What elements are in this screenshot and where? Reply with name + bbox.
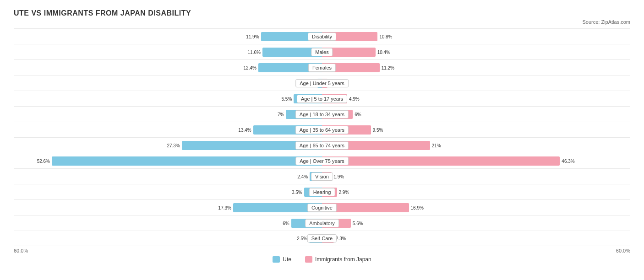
value-blue: 13.4% — [238, 127, 251, 132]
value-pink: 9.5% — [373, 127, 383, 132]
value-blue: 6% — [283, 221, 289, 226]
value-blue: 5.5% — [282, 96, 292, 101]
bar-label: Age | Under 5 years — [295, 79, 349, 87]
value-blue: 12.4% — [244, 65, 257, 70]
chart-row: 5.5%4.9%Age | 5 to 17 years — [14, 91, 630, 106]
chart-row: 27.3%21%Age | 65 to 74 years — [14, 137, 630, 153]
value-pink: 21% — [432, 143, 441, 148]
value-pink: 4.9% — [349, 96, 360, 101]
bar-label: Ambulatory — [305, 219, 339, 227]
chart-row: 3.5%2.9%Hearing — [14, 184, 630, 199]
chart-title: UTE VS IMMIGRANTS FROM JAPAN DISABILITY — [14, 9, 630, 17]
bar-label: Vision — [311, 172, 333, 181]
value-blue: 17.3% — [218, 205, 231, 210]
bar-label: Age | 18 to 34 years — [295, 110, 349, 118]
value-pink: 2.9% — [339, 189, 349, 194]
bar-label: Cognitive — [307, 204, 337, 212]
bar-label: Hearing — [309, 188, 335, 196]
value-pink: 10.8% — [379, 34, 392, 39]
bar-blue — [52, 156, 322, 166]
value-pink: 11.2% — [382, 65, 394, 70]
legend-pink: Immigrants from Japan — [305, 256, 371, 263]
value-blue: 11.9% — [246, 34, 259, 39]
chart-row: 12.4%11.2%Females — [14, 59, 630, 75]
value-blue: 52.6% — [37, 158, 50, 163]
value-pink: 6% — [355, 112, 361, 117]
chart-row: 7%6%Age | 18 to 34 years — [14, 106, 630, 122]
bar-label: Females — [308, 64, 336, 72]
legend-pink-label: Immigrants from Japan — [315, 256, 371, 263]
chart-row: 2.4%1.9%Vision — [14, 168, 630, 184]
bar-label: Males — [311, 48, 333, 56]
chart-row: 11.9%10.8%Disability — [14, 28, 630, 44]
value-pink: 1.9% — [333, 174, 344, 179]
legend-blue-label: Ute — [283, 256, 291, 263]
bar-label: Disability — [308, 32, 336, 41]
bar-pink — [322, 156, 560, 166]
value-pink: 16.9% — [411, 205, 424, 210]
value-blue: 27.3% — [167, 143, 180, 148]
bar-label: Age | 65 to 74 years — [295, 141, 349, 150]
legend-blue-color — [273, 256, 280, 263]
chart-row: 6%5.6%Ambulatory — [14, 215, 630, 231]
legend: Ute Immigrants from Japan — [14, 256, 630, 263]
value-pink: 5.6% — [353, 221, 363, 226]
value-pink: 10.4% — [377, 49, 390, 54]
chart-row: 13.4%9.5%Age | 35 to 64 years — [14, 122, 630, 137]
chart-row: 0.86%1.1%Age | Under 5 years — [14, 75, 630, 91]
chart-container: 11.9%10.8%Disability11.6%10.4%Males12.4%… — [14, 28, 630, 246]
value-blue: 11.6% — [248, 49, 261, 54]
source-label: Source: ZipAtlas.com — [14, 19, 630, 25]
bar-label: Age | 5 to 17 years — [297, 95, 347, 103]
chart-row: 11.6%10.4%Males — [14, 44, 630, 59]
legend-pink-color — [305, 256, 312, 263]
bar-label: Self-Care — [307, 234, 337, 242]
value-pink: 46.3% — [562, 158, 574, 163]
legend-blue: Ute — [273, 256, 291, 263]
chart-row: 17.3%16.9%Cognitive — [14, 199, 630, 215]
value-blue: 2.4% — [297, 174, 308, 179]
bar-label: Age | Over 75 years — [295, 157, 349, 165]
axis-labels: 60.0% 60.0% — [14, 248, 630, 253]
value-blue: 3.5% — [292, 189, 302, 194]
chart-row: 2.5%2.3%Self-Care — [14, 231, 630, 246]
chart-row: 52.6%46.3%Age | Over 75 years — [14, 153, 630, 168]
value-blue: 7% — [278, 112, 284, 117]
value-blue: 2.5% — [297, 236, 307, 241]
value-pink: 2.3% — [336, 236, 346, 241]
bar-label: Age | 35 to 64 years — [295, 126, 349, 134]
